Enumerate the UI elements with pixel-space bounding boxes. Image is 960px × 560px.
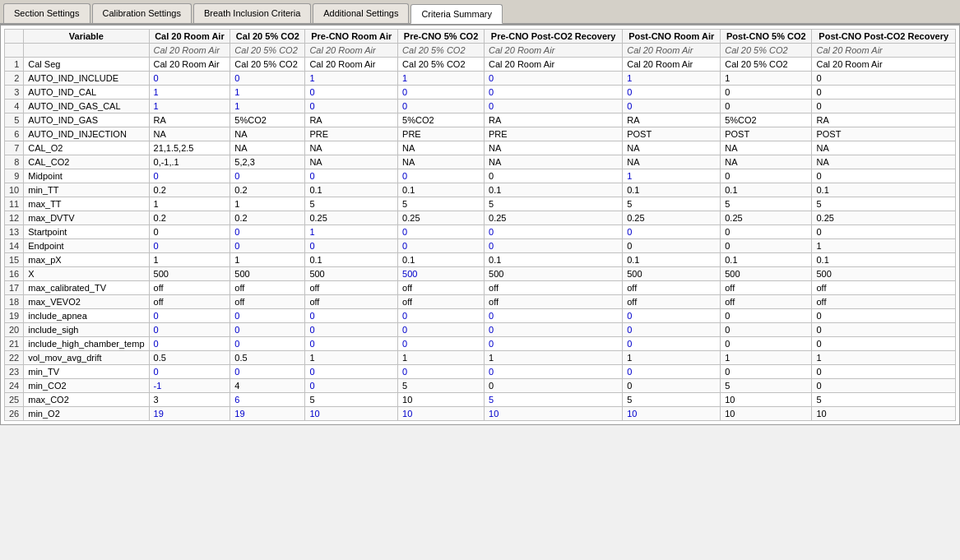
table-cell-4: 0 (305, 309, 398, 323)
table-cell-3: 0 (230, 225, 305, 239)
table-cell-0: 15 (5, 253, 24, 267)
table-cell-2: 0 (149, 309, 230, 323)
table-cell-6: off (485, 295, 623, 309)
table-cell-9: 0 (812, 225, 956, 239)
table-cell-1: X (24, 267, 149, 281)
table-cell-1: AUTO_IND_CAL (24, 86, 149, 100)
table-cell-4: 1 (305, 72, 398, 86)
table-cell-3: Cal 20 5% CO2 (230, 58, 305, 72)
table-cell-0: 26 (5, 407, 24, 421)
table-cell-5: 0 (398, 239, 485, 253)
table-row: 4AUTO_IND_GAS_CAL11000000 (5, 100, 956, 113)
table-cell-3: 0 (230, 309, 305, 323)
tab-criteria-summary[interactable]: Criteria Summary (410, 4, 503, 24)
criteria-table: VariableCal 20 Room AirCal 20 5% CO2Pre-… (4, 29, 956, 421)
table-cell-2: -1 (149, 379, 230, 393)
table-row: 18max_VEVO2offoffoffoffoffoffoffoff (5, 295, 956, 309)
table-cell-4: 5 (305, 393, 398, 407)
table-cell-0: 10 (5, 183, 24, 197)
table-cell-7: off (623, 281, 721, 295)
table-cell-9: 0 (812, 365, 956, 379)
tab-calibration-settings[interactable]: Calibration Settings (92, 3, 192, 23)
table-cell-0: 7 (5, 141, 24, 155)
table-cell-2: 21,1.5,2.5 (149, 141, 230, 155)
table-cell-3: 0 (230, 72, 305, 86)
table-cell-8: 1 (721, 72, 812, 86)
table-row: 16X500500500500500500500500 (5, 267, 956, 281)
table-cell-4: 0.1 (305, 183, 398, 197)
table-cell-7: 5 (623, 393, 721, 407)
table-cell-7: 10 (623, 407, 721, 421)
table-cell-0: 4 (5, 100, 24, 113)
table-cell-7: 0.1 (623, 253, 721, 267)
table-cell-6: 10 (485, 407, 623, 421)
table-cell-9: Cal 20 Room Air (812, 58, 956, 72)
table-cell-9: 0 (812, 100, 956, 113)
table-cell-4: 5 (305, 197, 398, 211)
table-cell-9: NA (812, 155, 956, 169)
subheader-cell-7: Cal 20 Room Air (623, 44, 721, 58)
table-cell-8: 5 (721, 197, 812, 211)
tab-breath-inclusion[interactable]: Breath Inclusion Criteria (193, 3, 311, 23)
table-cell-8: NA (721, 141, 812, 155)
table-cell-0: 1 (5, 58, 24, 72)
table-cell-1: CAL_O2 (24, 141, 149, 155)
table-cell-2: 0 (149, 239, 230, 253)
table-cell-9: NA (812, 141, 956, 155)
table-cell-5: 5 (398, 379, 485, 393)
table-cell-8: 1 (721, 351, 812, 365)
table-row: 9Midpoint00000100 (5, 169, 956, 183)
table-cell-2: 0.2 (149, 183, 230, 197)
table-cell-1: max_TT (24, 197, 149, 211)
tab-content: VariableCal 20 Room AirCal 20 5% CO2Pre-… (0, 25, 960, 425)
table-cell-9: 0 (812, 309, 956, 323)
table-row: 22vol_mov_avg_drift0.50.5111111 (5, 351, 956, 365)
table-cell-4: 0 (305, 100, 398, 113)
table-cell-8: 0 (721, 100, 812, 113)
table-cell-5: 0 (398, 323, 485, 337)
col-header-4: Pre-CNO Room Air (305, 30, 398, 44)
tab-section-settings[interactable]: Section Settings (3, 3, 90, 23)
table-cell-5: Cal 20 5% CO2 (398, 58, 485, 72)
table-cell-9: 0.1 (812, 183, 956, 197)
table-cell-1: Midpoint (24, 169, 149, 183)
table-cell-0: 5 (5, 113, 24, 127)
table-cell-1: vol_mov_avg_drift (24, 351, 149, 365)
table-cell-8: 5%CO2 (721, 113, 812, 127)
table-cell-6: 0 (485, 337, 623, 351)
table-cell-3: off (230, 281, 305, 295)
tab-additional-settings[interactable]: Additional Settings (313, 3, 409, 23)
table-cell-8: 0 (721, 239, 812, 253)
table-cell-3: off (230, 295, 305, 309)
table-cell-6: 0.1 (485, 253, 623, 267)
table-cell-6: 0 (485, 86, 623, 100)
table-cell-8: NA (721, 155, 812, 169)
table-cell-3: 5%CO2 (230, 113, 305, 127)
table-cell-6: 0 (485, 323, 623, 337)
table-cell-2: 1 (149, 197, 230, 211)
table-cell-8: 0 (721, 225, 812, 239)
table-cell-3: 4 (230, 379, 305, 393)
table-cell-6: 0 (485, 379, 623, 393)
table-cell-9: 5 (812, 197, 956, 211)
table-cell-9: 0.1 (812, 253, 956, 267)
table-cell-6: 0 (485, 239, 623, 253)
table-cell-3: 0 (230, 323, 305, 337)
table-cell-1: AUTO_IND_GAS_CAL (24, 100, 149, 113)
table-cell-2: 0 (149, 225, 230, 239)
table-cell-4: PRE (305, 127, 398, 141)
table-cell-3: NA (230, 141, 305, 155)
table-cell-3: 19 (230, 407, 305, 421)
table-row: 17max_calibrated_TVoffoffoffoffoffoffoff… (5, 281, 956, 295)
table-cell-4: 0 (305, 169, 398, 183)
table-cell-1: CAL_CO2 (24, 155, 149, 169)
subheader-cell-0 (5, 44, 24, 58)
table-cell-5: NA (398, 141, 485, 155)
table-row: 5AUTO_IND_GASRA5%CO2RA5%CO2RARA5%CO2RA (5, 113, 956, 127)
table-cell-4: 0 (305, 239, 398, 253)
table-cell-5: NA (398, 155, 485, 169)
table-cell-3: 1 (230, 197, 305, 211)
table-cell-0: 22 (5, 351, 24, 365)
table-cell-3: NA (230, 127, 305, 141)
table-cell-4: 0 (305, 365, 398, 379)
